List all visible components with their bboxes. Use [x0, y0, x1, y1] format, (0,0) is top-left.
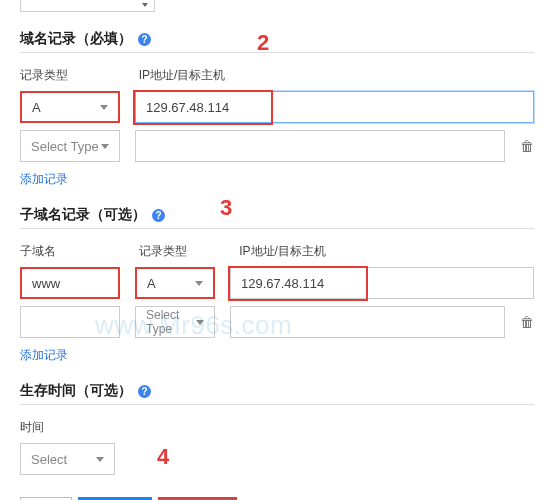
record-type-select-2[interactable]: Select Type [20, 130, 120, 162]
sub-record-type-value-2: Select Type [146, 308, 196, 336]
subdomain-input-1[interactable]: www [20, 267, 120, 299]
ip-value-1: 129.67.48.114 [146, 100, 229, 115]
domain-records-header: 域名记录（必填） ? [20, 30, 534, 53]
ttl-header: 生存时间（可选） ? [20, 382, 534, 405]
top-collapsed-select[interactable] [20, 0, 155, 12]
domain-records-title: 域名记录（必填） [20, 30, 132, 48]
chevron-down-icon [100, 105, 108, 110]
subdomain-input-2[interactable] [20, 306, 120, 338]
add-record-link-subdomain[interactable]: 添加记录 [20, 347, 68, 364]
sub-record-type-select-2[interactable]: Select Type [135, 306, 215, 338]
label-ip-address: IP地址/目标主机 [139, 67, 226, 84]
ip-input-2[interactable] [135, 130, 505, 162]
label-subdomain: 子域名 [20, 243, 135, 260]
record-type-value-2: Select Type [31, 139, 99, 154]
label-time: 时间 [20, 419, 44, 436]
subdomain-records-header: 子域名记录（可选） ? [20, 206, 534, 229]
ip-input-1[interactable]: 129.67.48.114 [135, 91, 534, 123]
record-type-value-1: A [32, 100, 41, 115]
callout-4: 4 [157, 444, 169, 470]
label-record-type: 记录类型 [20, 67, 135, 84]
callout-3: 3 [220, 195, 232, 221]
record-type-select-1[interactable]: A [20, 91, 120, 123]
chevron-down-icon [196, 320, 204, 325]
sub-record-type-value-1: A [147, 276, 156, 291]
chevron-down-icon [195, 281, 203, 286]
subdomain-records-title: 子域名记录（可选） [20, 206, 146, 224]
ttl-title: 生存时间（可选） [20, 382, 132, 400]
ttl-select-value: Select [31, 452, 67, 467]
sub-ip-input-2[interactable] [230, 306, 505, 338]
sub-ip-value-1: 129.67.48.114 [241, 276, 324, 291]
help-icon[interactable]: ? [152, 209, 165, 222]
trash-icon[interactable]: 🗑 [520, 314, 534, 330]
sub-ip-input-1[interactable]: 129.67.48.114 [230, 267, 534, 299]
help-icon[interactable]: ? [138, 33, 151, 46]
sub-record-type-select-1[interactable]: A [135, 267, 215, 299]
help-icon[interactable]: ? [138, 385, 151, 398]
callout-2: 2 [257, 30, 269, 56]
subdomain-value-1: www [32, 276, 60, 291]
add-record-link-domain[interactable]: 添加记录 [20, 171, 68, 188]
chevron-down-icon [142, 3, 148, 7]
label-ip-address-sub: IP地址/目标主机 [239, 243, 326, 260]
trash-icon[interactable]: 🗑 [520, 138, 534, 154]
ttl-select[interactable]: Select [20, 443, 115, 475]
chevron-down-icon [96, 457, 104, 462]
chevron-down-icon [101, 144, 109, 149]
label-record-type-sub: 记录类型 [139, 243, 236, 260]
